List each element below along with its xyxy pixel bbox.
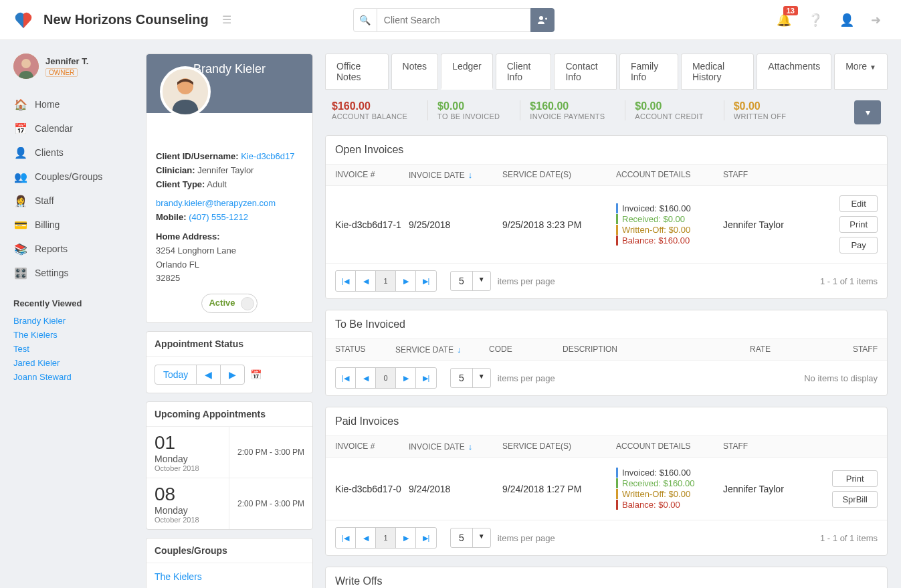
recent-link[interactable]: Joann Steward	[13, 370, 134, 384]
page-number: 1	[376, 271, 396, 291]
tab-notes[interactable]: Notes	[391, 54, 439, 90]
recent-link[interactable]: Jared Kieler	[13, 356, 134, 370]
nav-home[interactable]: 🏠Home	[13, 92, 134, 116]
client-details: Client ID/Username: Kie-d3cb6d17 Clinici…	[146, 113, 312, 322]
paid-invoices-panel: Paid Invoices INVOICE # INVOICE DATE↓ SE…	[325, 407, 888, 556]
home-icon: 🏠	[13, 97, 28, 112]
client-column: Brandy Kieler Client ID/Username: Kie-d3…	[146, 54, 313, 588]
prev-day-button[interactable]: ◀	[197, 365, 221, 384]
menu-toggle-icon[interactable]: ☰	[222, 13, 231, 26]
sort-down-icon: ↓	[457, 345, 462, 355]
next-page-button[interactable]: ▶	[396, 528, 416, 548]
prev-page-button[interactable]: ◀	[356, 368, 376, 388]
expand-button[interactable]: ▾	[854, 100, 881, 124]
client-email[interactable]: brandy.kieler@therapyzen.com	[156, 198, 276, 208]
tab-office-notes[interactable]: Office Notes	[325, 54, 389, 90]
next-page-button[interactable]: ▶	[396, 271, 416, 291]
notifications-icon[interactable]: 🔔13	[777, 13, 791, 27]
pay-button[interactable]: Pay	[839, 237, 878, 254]
edit-button[interactable]: Edit	[839, 195, 878, 212]
last-page-button[interactable]: ▶|	[416, 528, 436, 548]
prev-page-button[interactable]: ◀	[356, 271, 376, 291]
recent-link[interactable]: Brandy Kieler	[13, 314, 134, 328]
search-icon[interactable]: 🔍	[353, 8, 377, 32]
next-day-button[interactable]: ▶	[221, 365, 244, 384]
status-toggle[interactable]: Active	[201, 294, 257, 313]
couples-card: Couples/Groups The Kielers	[146, 538, 313, 588]
account-details: Invoiced: $160.00 Received: $0.00 Writte…	[616, 203, 723, 246]
nav-clients[interactable]: 👤Clients	[13, 140, 134, 165]
tab-family-info[interactable]: Family Info	[619, 54, 678, 90]
upcoming-title: Upcoming Appointments	[146, 402, 312, 427]
help-icon[interactable]: ❔	[808, 13, 823, 27]
date-nav: Today ◀ ▶	[155, 365, 245, 385]
write-offs-panel: Write Offs INVOICE # WRITE OFF DATE AMOU…	[325, 567, 888, 588]
tab-attachments[interactable]: Attachments	[757, 54, 831, 90]
nav-calendar[interactable]: 📅Calendar	[13, 116, 134, 140]
sidebar: Jennifer T. OWNER 🏠Home 📅Calendar 👤Clien…	[13, 54, 134, 588]
client-header: Brandy Kieler	[146, 54, 312, 113]
tabs: Office Notes Notes Ledger Client Info Co…	[325, 54, 888, 90]
topbar: New Horizons Counseling ☰ 🔍 🔔13 ❔ 👤 ➜	[0, 0, 901, 40]
nav-staff[interactable]: 👩‍⚕️Staff	[13, 189, 134, 213]
calendar-picker-icon[interactable]: 📅	[250, 369, 262, 380]
first-page-button[interactable]: |◀	[336, 528, 356, 548]
appointment-row[interactable]: 01MondayOctober 2018 2:00 PM - 3:00 PM	[146, 427, 312, 478]
tab-contact-info[interactable]: Contact Info	[554, 54, 617, 90]
top-icons: 🔔13 ❔ 👤 ➜	[777, 13, 881, 27]
account-icon[interactable]: 👤	[839, 13, 854, 27]
couples-link[interactable]: The Kielers	[155, 571, 202, 582]
client-search-input[interactable]	[377, 8, 531, 32]
nav-reports[interactable]: 📚Reports	[13, 237, 134, 261]
to-be-invoiced-panel: To Be Invoiced STATUS SERVICE DATE↓ CODE…	[325, 310, 888, 396]
print-button[interactable]: Print	[832, 470, 878, 487]
page-size-select[interactable]: 5▼	[450, 368, 491, 388]
staff-icon: 👩‍⚕️	[13, 193, 28, 208]
tab-client-info[interactable]: Client Info	[496, 54, 552, 90]
account-details: Invoiced: $160.00 Received: $160.00 Writ…	[616, 467, 723, 510]
summary-metrics: $160.00ACCOUNT BALANCE $0.00TO BE INVOIC…	[325, 100, 888, 124]
sprbill-button[interactable]: SprBill	[832, 491, 878, 508]
nav-couples[interactable]: 👥Couples/Groups	[13, 165, 134, 189]
first-page-button[interactable]: |◀	[336, 271, 356, 291]
page-size-select[interactable]: 5▼	[450, 528, 491, 548]
calendar-icon: 📅	[13, 121, 28, 136]
settings-icon: 🎛️	[13, 266, 28, 280]
tab-medical-history[interactable]: Medical History	[681, 54, 754, 90]
prev-page-button[interactable]: ◀	[356, 528, 376, 548]
today-button[interactable]: Today	[155, 365, 197, 384]
nav-billing[interactable]: 💳Billing	[13, 213, 134, 237]
notification-badge: 13	[783, 6, 798, 15]
svg-point-0	[539, 16, 543, 20]
appointment-row[interactable]: 08MondayOctober 2018 2:00 PM - 3:00 PM	[146, 478, 312, 529]
sort-down-icon: ↓	[468, 442, 473, 452]
open-invoices-header: INVOICE # INVOICE DATE↓ SERVICE DATE(S) …	[326, 165, 887, 186]
print-button[interactable]: Print	[839, 216, 878, 233]
last-page-button[interactable]: ▶|	[416, 368, 436, 388]
client-id[interactable]: Kie-d3cb6d17	[241, 151, 294, 161]
nav-list: 🏠Home 📅Calendar 👤Clients 👥Couples/Groups…	[13, 92, 134, 285]
page-size-select[interactable]: 5▼	[450, 271, 491, 291]
last-page-button[interactable]: ▶|	[416, 271, 436, 291]
recent-header: Recently Viewed	[13, 298, 134, 308]
add-client-button[interactable]	[530, 8, 555, 32]
search: 🔍	[353, 8, 555, 32]
recent-link[interactable]: Test	[13, 342, 134, 356]
user-avatar	[13, 54, 39, 79]
nav-settings[interactable]: 🎛️Settings	[13, 261, 134, 285]
tab-ledger[interactable]: Ledger	[441, 54, 493, 90]
client-mobile[interactable]: (407) 555-1212	[189, 212, 248, 222]
appt-status-title: Appointment Status	[146, 332, 312, 357]
sort-down-icon: ↓	[468, 170, 473, 180]
page-number: 0	[376, 368, 396, 388]
logout-icon[interactable]: ➜	[871, 13, 881, 27]
page-number: 1	[376, 528, 396, 548]
first-page-button[interactable]: |◀	[336, 368, 356, 388]
reports-icon: 📚	[13, 241, 28, 256]
toggle-handle	[241, 297, 254, 310]
recent-link[interactable]: The Kielers	[13, 328, 134, 342]
tab-more[interactable]: More▼	[834, 54, 888, 90]
app-title: New Horizons Counseling	[43, 12, 209, 27]
next-page-button[interactable]: ▶	[396, 368, 416, 388]
recent-list: Brandy Kieler The Kielers Test Jared Kie…	[13, 314, 134, 384]
